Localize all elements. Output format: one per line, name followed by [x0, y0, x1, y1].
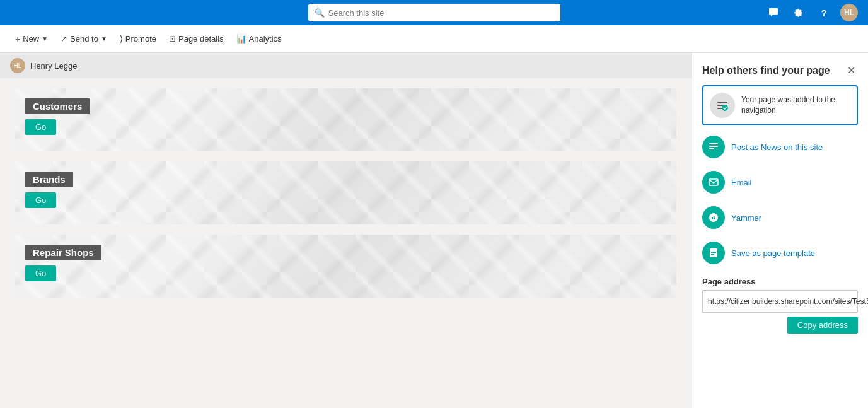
card-content: Brands Go	[25, 172, 73, 208]
promote-icon: ⟩	[120, 34, 123, 44]
toolbar: + New ▼ ↗ Send to ▼ ⟩ Promote ⊡ Page det…	[0, 25, 868, 53]
yammer-icon	[702, 206, 725, 229]
copy-address-button[interactable]: Copy address	[787, 317, 858, 334]
svg-rect-0	[717, 102, 727, 103]
save-template-icon	[702, 242, 725, 264]
sendto-label: Send to	[70, 34, 98, 44]
top-bar-right: ? HL	[765, 4, 858, 21]
post-news-action[interactable]: Post as News on this site	[702, 133, 858, 161]
email-label: Email	[731, 178, 752, 187]
yammer-label: Yammer	[731, 213, 761, 223]
pagedetails-icon: ⊡	[169, 34, 176, 44]
card-title: Repair Shops	[25, 245, 101, 260]
email-icon	[702, 171, 725, 194]
panel-title: Help others find your page	[702, 65, 830, 76]
nav-added-text: Your page was added to the navigation	[741, 95, 850, 116]
svg-rect-6	[709, 148, 714, 149]
analytics-button[interactable]: 📊 Analytics	[231, 32, 287, 46]
card-title: Brands	[25, 172, 73, 187]
author-bar: HL Henry Legge	[0, 53, 692, 78]
nav-added-icon	[710, 93, 735, 118]
author-avatar: HL	[10, 58, 25, 73]
card-0: Customers Go	[15, 88, 676, 151]
side-panel: Help others find your page ✕ Your page w…	[692, 53, 868, 408]
card-content: Repair Shops Go	[25, 245, 101, 281]
card-2: Repair Shops Go	[15, 235, 676, 298]
promote-button[interactable]: ⟩ Promote	[115, 32, 161, 46]
card-1: Brands Go	[15, 161, 676, 224]
page-address-text: https://citizenbuilders.sharepoint.com/s…	[708, 297, 868, 306]
card-go-button[interactable]: Go	[25, 265, 56, 281]
post-news-icon	[702, 136, 725, 158]
address-section: Page address https://citizenbuilders.sha…	[702, 274, 858, 334]
settings-icon[interactable]	[790, 4, 807, 21]
top-bar: 🔍 ? HL	[0, 0, 868, 25]
post-news-label: Post as News on this site	[731, 143, 823, 152]
author-name: Henry Legge	[30, 61, 77, 71]
svg-point-3	[722, 105, 728, 111]
sendto-icon: ↗	[61, 34, 67, 44]
nav-added-box: Your page was added to the navigation	[702, 85, 858, 125]
svg-rect-7	[709, 179, 718, 185]
new-chevron-icon: ▼	[42, 35, 48, 42]
card-bg-pattern	[15, 161, 676, 224]
panel-header: Help others find your page ✕	[702, 63, 858, 78]
card-go-button[interactable]: Go	[25, 192, 56, 208]
card-bg-pattern	[15, 88, 676, 151]
card-go-button[interactable]: Go	[25, 119, 56, 135]
new-icon: +	[15, 34, 20, 44]
sendto-chevron-icon: ▼	[101, 35, 107, 42]
svg-rect-4	[709, 143, 718, 144]
new-button[interactable]: + New ▼	[10, 32, 53, 47]
analytics-icon: 📊	[236, 34, 246, 44]
search-box[interactable]: 🔍	[308, 4, 560, 21]
save-template-action[interactable]: Save as page template	[702, 239, 858, 267]
save-template-label: Save as page template	[731, 248, 815, 258]
promote-label: Promote	[125, 34, 156, 44]
email-action[interactable]: Email	[702, 168, 858, 196]
search-input[interactable]	[328, 8, 554, 18]
feedback-icon[interactable]	[765, 4, 782, 21]
main-area: HL Henry Legge Customers Go Brands Go Re…	[0, 53, 868, 408]
address-section-label: Page address	[702, 277, 858, 286]
pagedetails-button[interactable]: ⊡ Page details	[164, 32, 229, 46]
cards-container: Customers Go Brands Go Repair Shops Go	[0, 78, 692, 308]
page-content: HL Henry Legge Customers Go Brands Go Re…	[0, 53, 692, 408]
pagedetails-label: Page details	[178, 34, 224, 44]
search-icon: 🔍	[315, 8, 325, 18]
page-address-box: https://citizenbuilders.sharepoint.com/s…	[702, 290, 858, 313]
close-panel-button[interactable]: ✕	[845, 63, 858, 78]
yammer-action[interactable]: Yammer	[702, 204, 858, 231]
card-content: Customers Go	[25, 98, 90, 135]
sendto-button[interactable]: ↗ Send to ▼	[55, 32, 112, 46]
avatar[interactable]: HL	[840, 4, 858, 21]
svg-rect-5	[709, 146, 718, 147]
card-bg-pattern	[15, 235, 676, 298]
help-icon[interactable]: ?	[815, 4, 833, 21]
new-label: New	[23, 34, 39, 44]
analytics-label: Analytics	[249, 34, 282, 44]
card-title: Customers	[25, 98, 90, 114]
